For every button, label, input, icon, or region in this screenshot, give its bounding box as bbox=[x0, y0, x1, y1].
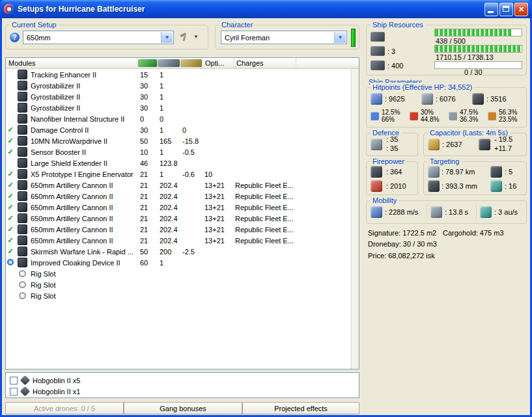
drone-checkbox[interactable] bbox=[10, 388, 18, 396]
modules-table-body: Tracking Enhancer II 15 1 Gyrostabilizer… bbox=[6, 69, 351, 369]
armor-resist-value: 36.3% bbox=[460, 116, 478, 123]
module-row[interactable]: Nanofiber Internal Structure II 0 0 bbox=[6, 113, 351, 124]
tracking-enhancer-icon bbox=[18, 70, 27, 79]
module-row[interactable]: Gyrostabilizer II 30 1 bbox=[6, 102, 351, 113]
module-row[interactable]: 650mm Artillery Cannon II 21 202.4 13+21… bbox=[6, 191, 351, 202]
titlebar[interactable]: Setups for Hurricane Battlecruiser × bbox=[0, 0, 532, 18]
column-header-powergrid[interactable] bbox=[158, 58, 180, 68]
help-icon[interactable]: ? bbox=[10, 33, 20, 42]
module-optimal: 13+21 bbox=[203, 226, 234, 234]
module-row[interactable]: 650mm Artillery Cannon II 21 202.4 13+21… bbox=[6, 202, 351, 213]
column-header-charges[interactable]: Charges bbox=[234, 58, 296, 68]
drone-icon bbox=[20, 375, 31, 386]
drone-row[interactable]: Hobgoblin II x1 bbox=[6, 386, 359, 397]
module-name: 650mm Artillery Cannon II bbox=[29, 204, 138, 211]
module-active-indicator bbox=[6, 259, 15, 267]
warp-speed-value: : 3 au/s bbox=[494, 208, 518, 216]
character-combobox-arrow-icon[interactable]: ▼ bbox=[334, 32, 346, 43]
module-row[interactable]: Damage Control II 30 1 0 bbox=[6, 124, 351, 135]
character-combobox[interactable]: Cyril Foreman ▼ bbox=[221, 31, 347, 44]
microwarpdrive-icon bbox=[18, 136, 27, 146]
module-row[interactable]: Skirmish Warfare Link - Rapid ... 50 200… bbox=[6, 246, 351, 257]
mobility-groupbox: Mobility : 2288 m/s : 13.8 s : 3 au/s bbox=[366, 200, 527, 224]
module-row[interactable]: 650mm Artillery Cannon II 21 202.4 13+21… bbox=[6, 224, 351, 235]
module-row[interactable]: Gyrostabilizer II 30 1 bbox=[6, 80, 351, 91]
close-button[interactable]: × bbox=[514, 3, 528, 16]
armor-resist-value: 44.8% bbox=[421, 116, 439, 123]
module-row[interactable]: Gyrostabilizer II 30 1 bbox=[6, 91, 351, 102]
minimize-button[interactable] bbox=[484, 3, 498, 16]
module-optimal: 13+21 bbox=[203, 215, 234, 222]
signature-stat: Signature: 1722.5 m2 bbox=[368, 229, 436, 237]
max-targets-value: : 5 bbox=[505, 168, 512, 176]
armor-hp-value: : 6076 bbox=[436, 95, 456, 103]
drone-row[interactable]: Hobgoblin II x5 bbox=[6, 375, 359, 386]
max-velocity-icon bbox=[371, 206, 382, 218]
module-name: 650mm Artillery Cannon II bbox=[29, 237, 138, 245]
capacitor-icon bbox=[428, 139, 440, 150]
drone-label: Hobgoblin II x1 bbox=[33, 388, 80, 396]
window-title: Setups for Hurricane Battlecruiser bbox=[18, 5, 483, 14]
hitpoints-label: Hitpoints (Effective HP: 34,552) bbox=[371, 83, 474, 92]
module-row[interactable]: Rig Slot bbox=[6, 279, 351, 290]
module-charge: Republic Fleet E... bbox=[234, 204, 296, 211]
hull-hp-value: : 3516 bbox=[486, 95, 507, 103]
projected-effects-button[interactable]: Projected effects bbox=[242, 402, 359, 414]
hitpoints-groupbox: Hitpoints (Effective HP: 34,552) : 9625 … bbox=[366, 87, 527, 128]
modules-scrollbar[interactable] bbox=[351, 69, 359, 369]
shield-hp-value: : 9625 bbox=[385, 95, 405, 103]
module-name: 650mm Artillery Cannon II bbox=[29, 182, 138, 189]
module-row[interactable]: Large Shield Extender II 46 123.8 bbox=[6, 157, 351, 168]
maximize-button[interactable] bbox=[499, 3, 513, 16]
module-active-indicator bbox=[6, 126, 15, 134]
mobility-separator bbox=[476, 204, 477, 220]
gyrostabilizer-icon bbox=[18, 92, 27, 101]
drone-label: Hobgoblin II x5 bbox=[33, 377, 80, 384]
module-cpu: 21 bbox=[138, 170, 158, 178]
module-row[interactable]: Tracking Enhancer II 15 1 bbox=[6, 69, 351, 80]
module-active-indicator bbox=[6, 148, 15, 156]
capacitor-drain: - 19.5 bbox=[494, 135, 512, 143]
module-row[interactable]: Improved Cloaking Device II 60 1 bbox=[6, 257, 351, 268]
module-cpu: 15 bbox=[138, 71, 158, 79]
module-powergrid: 1 bbox=[158, 82, 180, 90]
setup-tools-button[interactable] bbox=[177, 31, 191, 44]
module-active-indicator bbox=[6, 214, 15, 222]
column-header-capacitor[interactable] bbox=[180, 58, 203, 68]
battery-icon bbox=[479, 139, 490, 150]
module-row[interactable]: 650mm Artillery Cannon II 21 202.4 13+21… bbox=[6, 180, 351, 191]
artillery-cannon-icon bbox=[18, 235, 27, 245]
module-cpu: 30 bbox=[138, 82, 158, 90]
setup-combobox[interactable]: 650mm ▼ bbox=[23, 31, 174, 44]
targeting-range-icon bbox=[428, 166, 440, 178]
powergrid-value: 1710.15 / 1738.13 bbox=[436, 53, 494, 61]
module-name: X5 Prototype I Engine Enervator bbox=[29, 170, 138, 178]
module-row[interactable]: Rig Slot bbox=[6, 268, 351, 279]
align-time-value: : 13.8 s bbox=[445, 208, 468, 216]
module-row[interactable]: X5 Prototype I Engine Enervator 21 1 -0.… bbox=[6, 168, 351, 180]
module-row[interactable]: Sensor Booster II 10 1 -0.5 bbox=[6, 146, 351, 157]
module-row[interactable]: 650mm Artillery Cannon II 21 202.4 13+21… bbox=[6, 235, 351, 246]
module-row[interactable]: 650mm Artillery Cannon II 21 202.4 13+21… bbox=[6, 213, 351, 224]
module-powergrid: 202.4 bbox=[158, 204, 180, 211]
drones-list: Hobgoblin II x5 Hobgoblin II x1 bbox=[5, 372, 359, 398]
module-cap-use: 0 bbox=[180, 126, 203, 134]
character-groupbox: Character Cyril Foreman ▼ bbox=[215, 25, 359, 49]
defence-value-1: : 35 bbox=[386, 135, 398, 143]
module-row[interactable]: 10MN MicroWarpdrive II 50 165 -15.8 bbox=[6, 135, 351, 146]
setup-tools-dropdown-icon[interactable]: ▼ bbox=[193, 34, 199, 40]
setup-combobox-arrow-icon[interactable]: ▼ bbox=[161, 32, 173, 43]
powergrid-icon bbox=[158, 59, 180, 67]
module-cpu: 30 bbox=[138, 126, 158, 134]
turret-hardpoints-icon bbox=[371, 32, 385, 42]
capacitor-usage-icon bbox=[180, 59, 202, 67]
gang-bonuses-button[interactable]: Gang bonuses bbox=[124, 402, 242, 414]
column-header-optimal[interactable]: Opti... bbox=[203, 58, 234, 68]
module-row[interactable]: Rig Slot bbox=[6, 290, 351, 301]
upgrades-value: 0 / 30 bbox=[464, 68, 483, 76]
column-header-filler bbox=[296, 58, 359, 68]
column-header-modules[interactable]: Modules bbox=[6, 58, 138, 68]
drone-checkbox[interactable] bbox=[10, 377, 18, 384]
column-header-cpu[interactable] bbox=[138, 58, 158, 68]
module-cap-use: -0.5 bbox=[180, 148, 203, 156]
